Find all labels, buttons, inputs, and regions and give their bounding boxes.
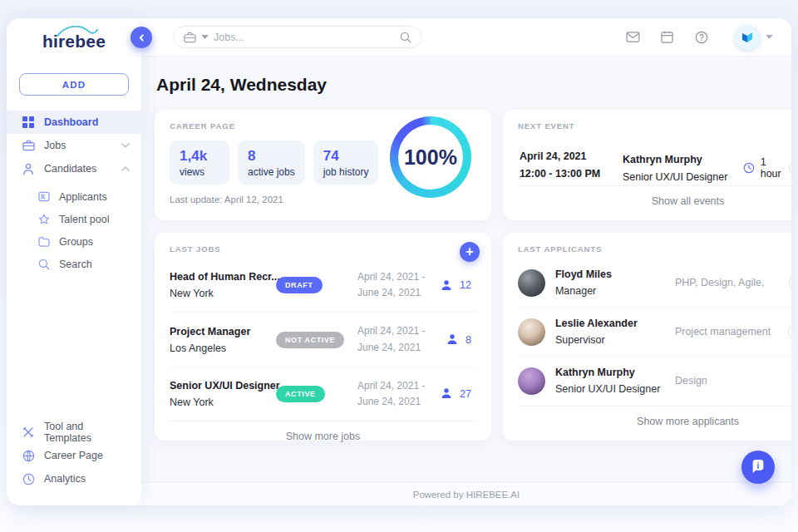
job-title: Project Manager [170,326,271,337]
job-city: New York [170,288,271,299]
search-bar[interactable] [173,26,422,48]
folder-icon [37,235,50,248]
sidebar-item-label: Tool and Templates [44,421,130,444]
sidebar-item-label: Applicants [59,191,107,203]
user-fill-icon [441,279,453,292]
stat-label: job history [323,166,369,178]
applicant-tags: PHP, Design, Agile, [675,277,779,288]
avatar [518,367,545,395]
avatar[interactable] [735,25,760,50]
job-dates: April 24, 2021 -June 24, 2021 [357,269,441,301]
logo-text: hirebee [42,32,106,52]
last-update-text: Last update: April 12, 2021 [170,195,390,204]
help-icon[interactable] [694,30,708,44]
sidebar-item-label: Career Page [44,450,103,461]
stat-label: views [180,166,219,178]
sidebar-item-candidates[interactable]: Candidates [7,157,141,180]
applicant-role: Manager [555,285,672,297]
sidebar-item-tools-templates[interactable]: Tool and Templates [7,421,141,444]
applicant-row[interactable]: Kathryn Murphy Senior UX/UI Designer Des… [518,357,791,405]
sidebar-item-label: Dashboard [44,116,98,128]
chevron-down-icon [121,143,130,148]
event-type-badge: INTERVIEW [789,159,791,177]
job-status-badge: NOT ACTIVE [276,332,344,348]
stat-value: 8 [248,148,295,165]
user-menu[interactable] [735,25,773,50]
job-dates: April 24, 2021 -June 24, 2021 [357,378,441,410]
donut-percent: 100% [390,116,471,198]
job-row[interactable]: Senior UX/UI Designer New York ACTIVE Ap… [170,367,476,421]
show-more-applicants-link[interactable]: Show more applicants [518,406,791,429]
job-row[interactable]: Project Manager Los Angeles NOT ACTIVE A… [170,313,476,367]
briefcase-icon [22,139,35,152]
dashboard-content: April 24, Wednesday CAREER PAGE 1,4k vie… [141,57,791,482]
sidebar-item-groups[interactable]: Groups [7,230,141,253]
topbar-icons [626,25,773,50]
briefcase-filter-icon[interactable] [184,32,196,43]
tools-icon [22,426,35,439]
card-title: LAST APPLICANTS [518,244,791,254]
logo-swoosh-icon [56,26,99,39]
sidebar-item-career-page[interactable]: Career Page [7,444,141,467]
sidebar-item-talent-pool[interactable]: Talent pool [7,208,141,230]
chevron-down-icon[interactable] [766,35,773,39]
card-title: NEXT EVENT [518,121,791,131]
event-row[interactable]: April 24, 2021 12:00 - 13:00 PM Kathryn … [518,150,791,185]
stat-views: 1,4k views [170,140,229,185]
sidebar-nav: Dashboard Jobs Candidates [7,111,141,275]
chevron-up-icon [121,166,130,171]
sidebar-footer-nav: Tool and Templates Career Page Analytics [7,421,141,490]
sidebar-item-jobs[interactable]: Jobs [7,134,141,157]
applicant-tags: Design [675,375,779,387]
search-icon[interactable] [400,32,411,43]
sidebar-item-analytics[interactable]: Analytics [7,467,141,490]
sidebar-collapse-button[interactable] [131,27,152,48]
applicant-count: 27 [460,388,471,400]
job-status-badge: DRAFT [276,277,323,293]
user-fill-icon [441,387,453,400]
applicant-name: Floyd Miles [555,268,672,280]
job-city: New York [170,397,271,408]
show-all-events-link[interactable]: Show all events [518,185,791,209]
last-applicants-card: LAST APPLICANTS + Floyd Miles Manager PH… [503,233,791,441]
job-status-badge: ACTIVE [276,386,325,402]
applicant-status-badge: SHORTLIST [788,323,791,341]
sidebar-item-label: Groups [59,236,93,248]
chevron-left-icon [137,33,146,42]
sidebar-item-applicants[interactable]: Applicants [7,185,141,208]
stat-value: 1,4k [180,148,219,165]
calendar-icon[interactable] [660,30,674,44]
applicant-row[interactable]: Floyd Miles Manager PHP, Design, Agile, … [518,259,791,308]
plus-icon: + [466,244,473,259]
applicant-status-badge: INTERVIEW [789,273,791,292]
sidebar-item-label: Talent pool [59,214,109,225]
sidebar-item-search[interactable]: Search [7,253,141,275]
add-button[interactable]: ADD [19,73,129,96]
star-icon [37,213,50,225]
job-row[interactable]: Head of Human Recr... New York DRAFT Apr… [170,259,476,313]
page-title: April 24, Wednesday [156,75,776,95]
last-jobs-card: LAST JOBS + Head of Human Recr... New Yo… [155,233,491,441]
event-duration: 1 hour [761,156,789,180]
event-time: 12:00 - 13:00 PM [520,168,623,180]
person-icon [22,162,35,175]
job-title: Senior UX/UI Designer [170,380,271,392]
add-job-button[interactable]: + [460,242,480,262]
applicant-count: 12 [460,279,471,291]
sidebar-item-dashboard[interactable]: Dashboard [7,111,141,134]
app-window: hirebee ADD Dashboard Jobs [7,18,791,505]
career-page-card: CAREER PAGE 1,4k views 8 active jobs [155,110,491,220]
info-fab-button[interactable]: i [741,451,775,484]
chevron-down-icon[interactable] [201,35,209,39]
search-input[interactable] [214,32,395,43]
topbar [141,18,791,57]
logo[interactable]: hirebee [7,22,141,62]
applicant-row[interactable]: Leslie Alexander Supervisor Project mana… [518,308,791,357]
sidebar-item-label: Jobs [44,140,66,151]
show-more-jobs-link[interactable]: Show more jobs [170,421,476,444]
applicant-role: Senior UX/UI Designer [555,383,672,395]
mail-icon[interactable] [626,30,640,44]
globe-icon [22,449,35,462]
event-person: Kathryn Murphy [623,154,743,165]
applicant-name: Kathryn Murphy [555,367,672,378]
